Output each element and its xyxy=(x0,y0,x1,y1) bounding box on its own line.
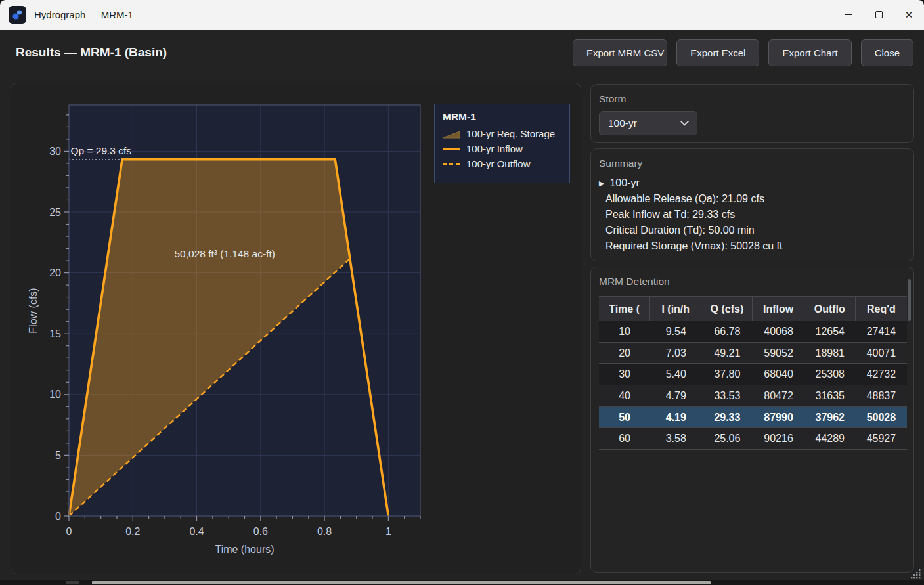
svg-text:0.2: 0.2 xyxy=(125,526,140,537)
resize-grip[interactable] xyxy=(910,569,921,582)
table-cell: 66.78 xyxy=(701,321,753,342)
svg-text:30: 30 xyxy=(49,146,61,157)
table-row[interactable]: 207.0349.21590521898140071 xyxy=(599,343,907,364)
legend-item-label: 100-yr Inflow xyxy=(466,143,523,154)
legend-item-storage: 100-yr Req. Storage xyxy=(443,126,569,141)
table-header-row: Time (I (in/hQ (cfs)InflowOutfloReq'd xyxy=(599,296,907,321)
export-excel-button[interactable]: Export Excel xyxy=(676,39,759,66)
table-cell: 68040 xyxy=(753,364,804,385)
mrm-detention-label: MRM Detention xyxy=(599,276,670,288)
table-row[interactable]: 504.1929.33879903796250028 xyxy=(599,407,907,429)
table-cell: 48837 xyxy=(856,385,907,406)
svg-text:50,028 ft³ (1.148 ac-ft): 50,028 ft³ (1.148 ac-ft) xyxy=(175,248,275,259)
table-cell: 40071 xyxy=(856,343,907,364)
table-cell: 40068 xyxy=(753,321,804,342)
table-header-cell[interactable]: Req'd xyxy=(856,297,907,321)
legend-item-label: 100-yr Req. Storage xyxy=(466,128,555,139)
export-chart-button[interactable]: Export Chart xyxy=(768,39,851,66)
table-row[interactable]: 109.5466.78400681265427414 xyxy=(599,321,907,343)
svg-text:5: 5 xyxy=(55,450,61,461)
chevron-down-icon xyxy=(680,121,689,126)
table-cell: 9.54 xyxy=(650,321,701,342)
inflow-line-icon xyxy=(443,147,461,151)
table-cell: 7.03 xyxy=(650,343,701,364)
summary-line: Required Storage (Vmax): 50028 cu ft xyxy=(605,238,906,254)
table-cell: 3.58 xyxy=(650,428,701,449)
table-cell: 33.53 xyxy=(701,385,753,406)
summary-group-toggle[interactable]: ▶ 100-yr xyxy=(599,175,906,191)
table-cell: 4.19 xyxy=(650,407,701,428)
table-header-cell[interactable]: Q (cfs) xyxy=(701,297,753,321)
svg-text:0.8: 0.8 xyxy=(317,526,332,537)
storage-wedge-icon xyxy=(443,129,461,139)
minimize-icon xyxy=(845,14,852,15)
titlebar: Hydrograph — MRM-1 ✕ xyxy=(0,0,924,30)
table-cell: 60 xyxy=(599,428,650,449)
table-cell: 29.33 xyxy=(701,407,753,428)
table-cell: 50028 xyxy=(856,407,907,428)
background-scrollbar-cap xyxy=(66,581,79,584)
expander-triangle-icon: ▶ xyxy=(599,179,604,188)
svg-text:25: 25 xyxy=(49,207,61,218)
panel-scrollbar-thumb[interactable] xyxy=(908,279,911,321)
detention-table: Time (I (in/hQ (cfs)InflowOutfloReq'd109… xyxy=(599,296,907,450)
table-cell: 25.06 xyxy=(701,428,753,449)
storm-panel: Storm 100-yr xyxy=(590,84,914,143)
bottom-strip xyxy=(0,580,924,585)
svg-text:0.4: 0.4 xyxy=(189,526,204,537)
summary-panel: Summary ▶ 100-yr Allowable Release (Qa):… xyxy=(590,148,914,261)
legend-title: MRM-1 xyxy=(443,111,569,123)
table-cell: 49.21 xyxy=(701,343,753,364)
table-row[interactable]: 305.4037.80680402530842732 xyxy=(599,364,907,385)
storm-select[interactable]: 100-yr xyxy=(599,111,697,135)
table-cell: 5.40 xyxy=(650,364,701,385)
table-header-cell[interactable]: Inflow xyxy=(753,297,804,321)
minimize-button[interactable] xyxy=(833,0,864,30)
mrm-detention-panel: MRM Detention Time (I (in/hQ (cfs)Inflow… xyxy=(590,267,914,573)
maximize-button[interactable] xyxy=(864,0,894,30)
table-cell: 87990 xyxy=(753,407,804,428)
page-title: Results — MRM-1 (Basin) xyxy=(16,45,167,60)
maximize-icon xyxy=(875,11,883,18)
table-cell: 31635 xyxy=(804,385,856,406)
svg-text:0: 0 xyxy=(66,526,72,537)
summary-line: Critical Duration (Td): 50.00 min xyxy=(605,223,906,238)
svg-text:Time (hours): Time (hours) xyxy=(215,544,274,555)
hydrograph-window: Hydrograph — MRM-1 ✕ Results — MRM-1 (Ba… xyxy=(0,0,924,585)
summary-line: Peak Inflow at Td: 29.33 cfs xyxy=(605,207,906,223)
background-horizontal-scrollbar[interactable] xyxy=(92,581,711,584)
table-cell: 44289 xyxy=(804,428,856,449)
table-cell: 90216 xyxy=(753,428,804,449)
svg-text:10: 10 xyxy=(49,389,61,400)
svg-text:15: 15 xyxy=(49,328,61,339)
legend-item-label: 100-yr Outflow xyxy=(466,158,531,169)
table-cell: 37962 xyxy=(804,407,856,428)
table-cell: 18981 xyxy=(804,343,856,364)
hydrograph-chart-panel: Qp = 29.3 cfs50,028 ft³ (1.148 ac-ft)051… xyxy=(11,83,581,574)
table-cell: 25308 xyxy=(804,364,856,385)
table-cell: 37.80 xyxy=(701,364,753,385)
summary-group-name: 100-yr xyxy=(609,177,639,189)
svg-text:Qp = 29.3 cfs: Qp = 29.3 cfs xyxy=(70,145,131,156)
table-header-cell[interactable]: Time ( xyxy=(599,297,650,321)
table-cell: 50 xyxy=(599,407,650,428)
storm-label: Storm xyxy=(599,93,626,105)
table-cell: 4.79 xyxy=(650,385,701,406)
close-icon: ✕ xyxy=(905,10,913,20)
table-header-cell[interactable]: I (in/h xyxy=(650,297,701,321)
svg-text:1: 1 xyxy=(385,526,391,537)
table-cell: 80472 xyxy=(753,385,804,406)
table-header-cell[interactable]: Outflo xyxy=(804,297,856,321)
export-mrm-csv-button[interactable]: Export MRM CSV xyxy=(573,39,667,66)
table-cell: 42732 xyxy=(856,364,907,385)
table-cell: 40 xyxy=(599,385,650,406)
legend-item-inflow: 100-yr Inflow xyxy=(443,141,569,156)
svg-text:0: 0 xyxy=(55,511,61,522)
close-button[interactable]: Close xyxy=(861,39,913,66)
close-window-button[interactable]: ✕ xyxy=(894,0,924,30)
svg-text:0.6: 0.6 xyxy=(253,526,268,537)
svg-text:20: 20 xyxy=(49,267,61,278)
table-row[interactable]: 603.5825.06902164428945927 xyxy=(599,428,907,450)
svg-text:Flow (cfs): Flow (cfs) xyxy=(28,288,39,333)
table-row[interactable]: 404.7933.53804723163548837 xyxy=(599,385,907,407)
